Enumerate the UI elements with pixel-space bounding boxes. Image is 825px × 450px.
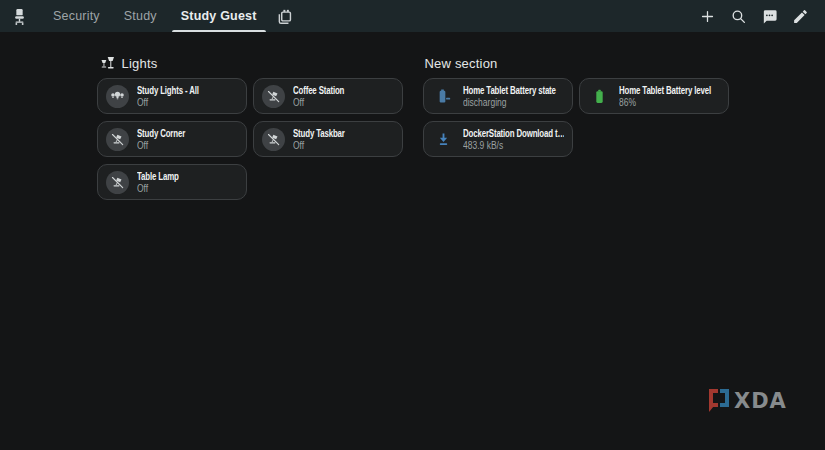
section-title: New section [425, 56, 498, 71]
card-title: Study Corner [137, 127, 185, 140]
tab-study[interactable]: Study [112, 0, 169, 32]
tab-label: Study Guest [181, 9, 257, 23]
view-tabs: Security Study Study Guest [41, 0, 269, 32]
card-study-corner[interactable]: Study Corner Off [97, 121, 247, 157]
section-lights-header: Lights [99, 54, 403, 72]
dashboard-view: Lights Study Lights - [0, 32, 825, 200]
section-new-section: New section Home Tablet Battery state di… [423, 54, 729, 200]
xda-logo: XDA [704, 386, 796, 418]
windows-overlap-icon[interactable] [275, 7, 294, 26]
pencil-icon[interactable] [792, 8, 809, 25]
card-state: Off [293, 140, 352, 152]
active-tab-indicator [172, 30, 266, 32]
card-study-taskbar[interactable]: Study Taskbar Off [253, 121, 403, 157]
search-icon[interactable] [730, 8, 747, 25]
lamp-off-icon [106, 128, 129, 151]
xda-bracket-right [720, 389, 729, 407]
xda-logo-text: XDA [734, 389, 787, 413]
tab-security[interactable]: Security [41, 0, 112, 32]
section-new-section-header: New section [425, 54, 729, 72]
card-title: DockerStation Download t… [463, 127, 539, 140]
download-icon [432, 128, 455, 151]
tab-label: Security [53, 9, 100, 23]
battery-discharging-icon [432, 85, 455, 108]
card-state: Off [137, 97, 207, 109]
card-title: Study Lights - All [137, 84, 199, 97]
card-home-tablet-battery-state[interactable]: Home Tablet Battery state discharging [423, 78, 573, 114]
card-title: Home Tablet Battery level [619, 84, 695, 97]
battery-full-icon [588, 85, 611, 108]
card-state: discharging [463, 97, 549, 109]
lamp-off-icon [262, 128, 285, 151]
card-title: Home Tablet Battery state [463, 84, 539, 97]
plus-icon[interactable] [699, 8, 716, 25]
card-table-lamp[interactable]: Table Lamp Off [97, 164, 247, 200]
card-state: Off [137, 140, 191, 152]
card-title: Study Taskbar [293, 127, 345, 140]
office-chair-icon[interactable] [10, 7, 29, 26]
xda-bracket-left [709, 389, 718, 412]
card-coffee-station[interactable]: Coffee Station Off [253, 78, 403, 114]
lamp-off-icon [106, 171, 129, 194]
top-toolbar: Security Study Study Guest [0, 0, 825, 32]
card-home-tablet-battery-level[interactable]: Home Tablet Battery level 86% [579, 78, 729, 114]
tab-study-guest[interactable]: Study Guest [169, 0, 269, 32]
lights-card-grid: Study Lights - All Off Co [97, 78, 403, 200]
card-state: Off [137, 183, 184, 195]
lamps-icon [99, 54, 115, 73]
card-study-lights-all[interactable]: Study Lights - All Off [97, 78, 247, 114]
section-lights: Lights Study Lights - [97, 54, 403, 200]
card-title: Table Lamp [137, 170, 179, 183]
lamp-off-icon [262, 85, 285, 108]
card-state: 483.9 kB/s [463, 140, 549, 152]
section-title: Lights [122, 56, 158, 71]
lightbulb-group-icon [106, 85, 129, 108]
card-title: Coffee Station [293, 84, 344, 97]
card-state: 86% [619, 97, 705, 109]
card-state: Off [293, 97, 351, 109]
chat-bubble-icon[interactable] [761, 8, 778, 25]
toolbar-actions [699, 8, 815, 25]
new-section-card-grid: Home Tablet Battery state discharging Ho… [423, 78, 729, 157]
card-dockerstation-download[interactable]: DockerStation Download t… 483.9 kB/s [423, 121, 573, 157]
tab-label: Study [124, 9, 157, 23]
